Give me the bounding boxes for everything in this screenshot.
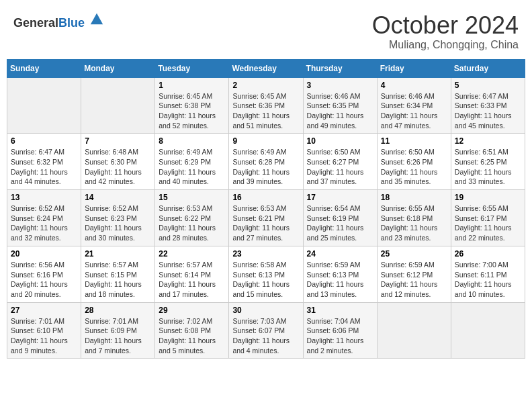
day-info: Sunrise: 6:45 AM Sunset: 6:38 PM Dayligh… bbox=[159, 91, 225, 131]
day-info: Sunrise: 6:48 AM Sunset: 6:30 PM Dayligh… bbox=[85, 147, 151, 187]
day-number: 13 bbox=[11, 193, 77, 202]
calendar-week-5: 27Sunrise: 7:01 AM Sunset: 6:10 PM Dayli… bbox=[7, 302, 525, 359]
day-number: 17 bbox=[307, 193, 373, 202]
day-number: 7 bbox=[85, 136, 151, 146]
calendar-table: SundayMondayTuesdayWednesdayThursdayFrid… bbox=[7, 59, 525, 359]
calendar-cell: 14Sunrise: 6:52 AM Sunset: 6:23 PM Dayli… bbox=[81, 190, 155, 246]
calendar-header: SundayMondayTuesdayWednesdayThursdayFrid… bbox=[7, 59, 525, 77]
logo-icon bbox=[89, 12, 104, 27]
day-info: Sunrise: 6:54 AM Sunset: 6:19 PM Dayligh… bbox=[307, 203, 373, 243]
calendar-cell: 17Sunrise: 6:54 AM Sunset: 6:19 PM Dayli… bbox=[303, 190, 377, 246]
day-info: Sunrise: 6:59 AM Sunset: 6:12 PM Dayligh… bbox=[381, 260, 447, 300]
calendar-cell: 27Sunrise: 7:01 AM Sunset: 6:10 PM Dayli… bbox=[7, 302, 81, 359]
calendar-cell: 9Sunrise: 6:49 AM Sunset: 6:28 PM Daylig… bbox=[229, 134, 303, 190]
calendar-cell: 21Sunrise: 6:57 AM Sunset: 6:15 PM Dayli… bbox=[81, 246, 155, 302]
weekday-header-friday: Friday bbox=[377, 59, 451, 77]
day-info: Sunrise: 7:00 AM Sunset: 6:11 PM Dayligh… bbox=[455, 260, 521, 300]
day-number: 15 bbox=[159, 193, 225, 202]
day-info: Sunrise: 6:45 AM Sunset: 6:36 PM Dayligh… bbox=[232, 91, 299, 131]
day-info: Sunrise: 6:52 AM Sunset: 6:24 PM Dayligh… bbox=[11, 203, 77, 243]
day-info: Sunrise: 7:03 AM Sunset: 6:07 PM Dayligh… bbox=[232, 316, 299, 356]
day-number: 20 bbox=[11, 249, 77, 259]
day-info: Sunrise: 7:04 AM Sunset: 6:06 PM Dayligh… bbox=[307, 316, 373, 356]
logo-general-text: General bbox=[13, 16, 58, 30]
calendar-cell bbox=[451, 302, 525, 359]
weekday-header-wednesday: Wednesday bbox=[229, 59, 303, 77]
calendar-cell: 10Sunrise: 6:50 AM Sunset: 6:27 PM Dayli… bbox=[303, 134, 377, 190]
calendar-cell: 30Sunrise: 7:03 AM Sunset: 6:07 PM Dayli… bbox=[229, 302, 303, 359]
day-number: 24 bbox=[307, 249, 373, 259]
logo-blue-text: Blue bbox=[58, 16, 85, 30]
title-section: October 2024 Muliang, Chongqing, China bbox=[372, 12, 519, 51]
day-info: Sunrise: 6:51 AM Sunset: 6:25 PM Dayligh… bbox=[455, 147, 521, 187]
day-info: Sunrise: 6:55 AM Sunset: 6:17 PM Dayligh… bbox=[455, 203, 521, 243]
calendar-week-3: 13Sunrise: 6:52 AM Sunset: 6:24 PM Dayli… bbox=[7, 190, 525, 246]
location-title: Muliang, Chongqing, China bbox=[372, 39, 519, 51]
calendar-cell: 3Sunrise: 6:46 AM Sunset: 6:35 PM Daylig… bbox=[303, 77, 377, 134]
day-info: Sunrise: 6:47 AM Sunset: 6:33 PM Dayligh… bbox=[455, 91, 521, 131]
calendar-cell: 19Sunrise: 6:55 AM Sunset: 6:17 PM Dayli… bbox=[451, 190, 525, 246]
day-number: 22 bbox=[159, 249, 225, 259]
calendar-cell: 29Sunrise: 7:02 AM Sunset: 6:08 PM Dayli… bbox=[155, 302, 229, 359]
day-info: Sunrise: 6:49 AM Sunset: 6:29 PM Dayligh… bbox=[159, 147, 225, 187]
day-number: 1 bbox=[159, 81, 225, 90]
weekday-header-thursday: Thursday bbox=[303, 59, 377, 77]
calendar-cell: 11Sunrise: 6:50 AM Sunset: 6:26 PM Dayli… bbox=[377, 134, 451, 190]
calendar-week-4: 20Sunrise: 6:56 AM Sunset: 6:16 PM Dayli… bbox=[7, 246, 525, 302]
calendar-cell: 22Sunrise: 6:57 AM Sunset: 6:14 PM Dayli… bbox=[155, 246, 229, 302]
calendar-cell: 25Sunrise: 6:59 AM Sunset: 6:12 PM Dayli… bbox=[377, 246, 451, 302]
month-title: October 2024 bbox=[372, 12, 519, 39]
calendar-cell: 2Sunrise: 6:45 AM Sunset: 6:36 PM Daylig… bbox=[229, 77, 303, 134]
day-number: 11 bbox=[381, 136, 447, 146]
calendar-cell: 24Sunrise: 6:59 AM Sunset: 6:13 PM Dayli… bbox=[303, 246, 377, 302]
day-info: Sunrise: 7:01 AM Sunset: 6:09 PM Dayligh… bbox=[85, 316, 151, 356]
calendar-cell: 15Sunrise: 6:53 AM Sunset: 6:22 PM Dayli… bbox=[155, 190, 229, 246]
calendar-cell: 8Sunrise: 6:49 AM Sunset: 6:29 PM Daylig… bbox=[155, 134, 229, 190]
weekday-header-row: SundayMondayTuesdayWednesdayThursdayFrid… bbox=[7, 59, 525, 77]
day-info: Sunrise: 7:01 AM Sunset: 6:10 PM Dayligh… bbox=[11, 316, 77, 356]
day-number: 28 bbox=[85, 306, 151, 315]
svg-marker-0 bbox=[91, 13, 103, 25]
calendar-week-2: 6Sunrise: 6:47 AM Sunset: 6:32 PM Daylig… bbox=[7, 134, 525, 190]
day-number: 31 bbox=[307, 306, 373, 315]
day-info: Sunrise: 6:53 AM Sunset: 6:22 PM Dayligh… bbox=[159, 203, 225, 243]
calendar-cell: 31Sunrise: 7:04 AM Sunset: 6:06 PM Dayli… bbox=[303, 302, 377, 359]
calendar-cell: 13Sunrise: 6:52 AM Sunset: 6:24 PM Dayli… bbox=[7, 190, 81, 246]
day-number: 23 bbox=[232, 249, 299, 259]
day-number: 18 bbox=[381, 193, 447, 202]
day-info: Sunrise: 6:59 AM Sunset: 6:13 PM Dayligh… bbox=[307, 260, 373, 300]
day-number: 19 bbox=[455, 193, 521, 202]
day-number: 3 bbox=[307, 81, 373, 90]
calendar-cell: 16Sunrise: 6:53 AM Sunset: 6:21 PM Dayli… bbox=[229, 190, 303, 246]
day-info: Sunrise: 6:53 AM Sunset: 6:21 PM Dayligh… bbox=[232, 203, 299, 243]
day-number: 8 bbox=[159, 136, 225, 146]
day-info: Sunrise: 6:50 AM Sunset: 6:26 PM Dayligh… bbox=[381, 147, 447, 187]
day-number: 16 bbox=[232, 193, 299, 202]
day-info: Sunrise: 6:46 AM Sunset: 6:35 PM Dayligh… bbox=[307, 91, 373, 131]
day-info: Sunrise: 6:52 AM Sunset: 6:23 PM Dayligh… bbox=[85, 203, 151, 243]
weekday-header-saturday: Saturday bbox=[451, 59, 525, 77]
day-info: Sunrise: 7:02 AM Sunset: 6:08 PM Dayligh… bbox=[159, 316, 225, 356]
weekday-header-monday: Monday bbox=[81, 59, 155, 77]
day-number: 4 bbox=[381, 81, 447, 90]
weekday-header-tuesday: Tuesday bbox=[155, 59, 229, 77]
day-info: Sunrise: 6:49 AM Sunset: 6:28 PM Dayligh… bbox=[232, 147, 299, 187]
day-number: 12 bbox=[455, 136, 521, 146]
day-info: Sunrise: 6:55 AM Sunset: 6:18 PM Dayligh… bbox=[381, 203, 447, 243]
calendar-cell: 12Sunrise: 6:51 AM Sunset: 6:25 PM Dayli… bbox=[451, 134, 525, 190]
day-number: 6 bbox=[11, 136, 77, 146]
calendar-cell: 1Sunrise: 6:45 AM Sunset: 6:38 PM Daylig… bbox=[155, 77, 229, 134]
calendar-cell bbox=[377, 302, 451, 359]
calendar-cell: 18Sunrise: 6:55 AM Sunset: 6:18 PM Dayli… bbox=[377, 190, 451, 246]
day-number: 27 bbox=[11, 306, 77, 315]
day-info: Sunrise: 6:57 AM Sunset: 6:15 PM Dayligh… bbox=[85, 260, 151, 300]
calendar-cell: 26Sunrise: 7:00 AM Sunset: 6:11 PM Dayli… bbox=[451, 246, 525, 302]
logo: GeneralBlue bbox=[13, 12, 104, 30]
day-number: 30 bbox=[232, 306, 299, 315]
calendar-week-1: 1Sunrise: 6:45 AM Sunset: 6:38 PM Daylig… bbox=[7, 77, 525, 134]
day-info: Sunrise: 6:57 AM Sunset: 6:14 PM Dayligh… bbox=[159, 260, 225, 300]
day-number: 14 bbox=[85, 193, 151, 202]
weekday-header-sunday: Sunday bbox=[7, 59, 81, 77]
calendar-cell: 28Sunrise: 7:01 AM Sunset: 6:09 PM Dayli… bbox=[81, 302, 155, 359]
calendar-cell: 4Sunrise: 6:46 AM Sunset: 6:34 PM Daylig… bbox=[377, 77, 451, 134]
